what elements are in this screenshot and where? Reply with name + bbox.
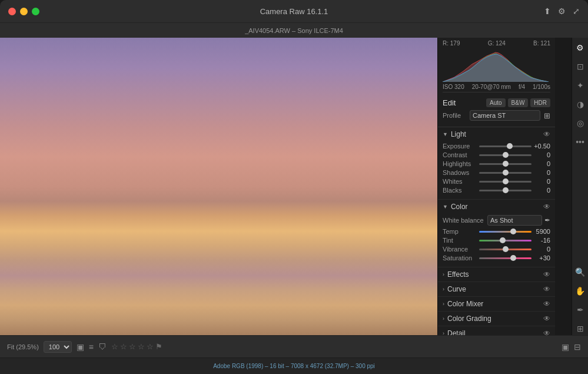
compare-view-icon[interactable]: ⊟: [574, 342, 581, 352]
contrast-thumb[interactable]: [503, 152, 509, 158]
fullscreen-icon[interactable]: ⤢: [573, 6, 580, 16]
status-text: Adobe RGB (1998) – 16 bit – 7008 x 4672 …: [213, 363, 375, 369]
temp-thumb[interactable]: [510, 229, 516, 234]
star-3[interactable]: ☆: [129, 342, 136, 351]
whites-thumb[interactable]: [503, 178, 509, 184]
eyedropper-icon[interactable]: ✒: [544, 216, 550, 224]
image-area[interactable]: [0, 38, 437, 335]
wb-select[interactable]: As Shot: [487, 215, 542, 226]
profile-grid-icon[interactable]: ⊞: [544, 111, 550, 120]
fit-label: Fit (29.5%): [7, 343, 39, 350]
sample-icon[interactable]: ✒: [574, 303, 587, 316]
bw-button[interactable]: B&W: [508, 98, 529, 107]
tint-track[interactable]: [479, 240, 531, 241]
color-section: ▼ Color 👁 White balance As Shot ✒: [438, 200, 555, 267]
minimize-button[interactable]: [20, 8, 28, 15]
window-controls[interactable]: [8, 8, 39, 15]
color-mixer-header[interactable]: › Color Mixer 👁: [438, 297, 555, 311]
highlights-track[interactable]: [479, 163, 531, 165]
tint-thumb[interactable]: [500, 237, 506, 243]
title-bar: Camera Raw 16.1.1 ⬆ ⚙ ⤢: [0, 0, 588, 22]
auto-button[interactable]: Auto: [486, 98, 506, 107]
effects-header-left: › Effects: [443, 270, 469, 279]
detail-section-header[interactable]: › Detail 👁: [438, 326, 555, 335]
color-grading-eye-icon[interactable]: 👁: [543, 315, 550, 323]
adjust-icon[interactable]: ⚙: [574, 41, 587, 54]
light-eye-icon[interactable]: 👁: [543, 130, 550, 138]
bottom-right: ▣ ⊟: [562, 342, 581, 352]
temp-track[interactable]: [479, 231, 531, 233]
star-4[interactable]: ☆: [138, 342, 145, 351]
maximize-button[interactable]: [32, 8, 39, 15]
single-view-icon[interactable]: ▣: [562, 342, 569, 352]
shadows-thumb[interactable]: [503, 170, 509, 176]
highlights-value: 0: [534, 160, 550, 167]
star-1[interactable]: ☆: [111, 342, 118, 351]
zoom-select[interactable]: 100% 50% 25% Fit: [44, 341, 72, 353]
exposure-label: Exposure: [443, 143, 477, 150]
saturation-track[interactable]: [479, 257, 531, 259]
curve-section: › Curve 👁: [438, 282, 555, 297]
color-mixer-section: › Color Mixer 👁: [438, 297, 555, 312]
contrast-track[interactable]: [479, 154, 531, 156]
zoom-icon[interactable]: 🔍: [574, 266, 587, 279]
curve-section-header[interactable]: › Curve 👁: [438, 282, 555, 296]
shadows-track[interactable]: [479, 172, 531, 174]
filmstrip-icon[interactable]: ▣: [77, 342, 84, 352]
file-info-bar: _AIV4054.ARW – Sony ILCE-7M4: [0, 22, 588, 38]
color-grading-section: › Color Grading 👁: [438, 312, 555, 326]
heal-icon[interactable]: ✦: [574, 79, 587, 92]
close-button[interactable]: [8, 8, 16, 15]
whites-track[interactable]: [479, 181, 531, 183]
star-2[interactable]: ☆: [120, 342, 127, 351]
sort-icon[interactable]: ≡: [89, 342, 94, 352]
hdr-button[interactable]: HDR: [530, 98, 550, 107]
g-value: G: 124: [488, 40, 506, 47]
vibrance-thumb[interactable]: [503, 246, 509, 252]
color-eye-icon[interactable]: 👁: [543, 203, 550, 211]
redeye-icon[interactable]: ◎: [574, 117, 587, 130]
blacks-thumb[interactable]: [503, 187, 509, 193]
flag-icon[interactable]: ⚑: [155, 342, 162, 351]
grid-icon[interactable]: ⊞: [574, 322, 587, 335]
exposure-row: Exposure +0.50: [443, 143, 550, 150]
blacks-track[interactable]: [479, 190, 531, 191]
effects-eye-icon[interactable]: 👁: [543, 270, 550, 279]
exposure-track[interactable]: [479, 145, 531, 147]
saturation-thumb[interactable]: [510, 255, 516, 261]
b-value: B: 121: [533, 40, 550, 47]
status-bar: Adobe RGB (1998) – 16 bit – 7008 x 4672 …: [0, 358, 588, 374]
edit-section: Edit Auto B&W HDR Profile Camera ST ⊞: [438, 95, 555, 127]
right-area: R: 179 G: 124 B: 121: [437, 38, 588, 335]
color-grading-header[interactable]: › Color Grading 👁: [438, 312, 555, 326]
detail-title: Detail: [447, 329, 466, 335]
edit-title: Edit: [443, 98, 456, 107]
profile-select[interactable]: Camera ST: [470, 110, 540, 121]
settings-icon[interactable]: ⚙: [558, 6, 566, 16]
light-section-header[interactable]: ▼ Light 👁: [438, 127, 555, 141]
share-icon[interactable]: ⬆: [544, 6, 551, 16]
crop-icon[interactable]: ⊡: [574, 60, 587, 73]
vibrance-track[interactable]: [479, 249, 531, 250]
color-mixer-chevron: ›: [443, 301, 444, 307]
color-section-header[interactable]: ▼ Color 👁: [438, 200, 555, 214]
aperture: f/4: [519, 84, 525, 90]
more-icon[interactable]: •••: [574, 135, 587, 148]
filter-icon[interactable]: ⛉: [98, 342, 107, 352]
edit-buttons: Auto B&W HDR: [486, 98, 550, 107]
curve-eye-icon[interactable]: 👁: [543, 285, 550, 293]
exposure-thumb[interactable]: [507, 143, 513, 149]
effects-section-header[interactable]: › Effects 👁: [438, 267, 555, 282]
color-mixer-eye-icon[interactable]: 👁: [543, 300, 550, 308]
detail-eye-icon[interactable]: 👁: [543, 329, 550, 335]
image-preview: [0, 38, 437, 335]
hand-icon[interactable]: ✋: [574, 284, 587, 297]
temp-label: Temp: [443, 228, 477, 235]
effects-section: › Effects 👁: [438, 267, 555, 282]
light-chevron: ▼: [443, 131, 448, 137]
contrast-value: 0: [534, 151, 550, 158]
mask-icon[interactable]: ◑: [574, 98, 587, 111]
light-title: Light: [451, 130, 466, 138]
star-5[interactable]: ☆: [147, 342, 154, 351]
highlights-thumb[interactable]: [503, 161, 509, 167]
